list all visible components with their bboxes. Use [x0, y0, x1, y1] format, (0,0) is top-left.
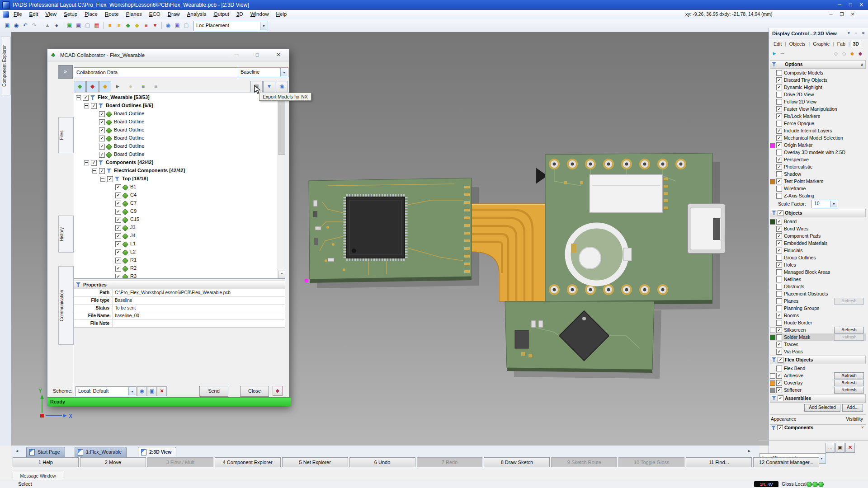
option-drive-2d-view[interactable]: Drive 2D View: [770, 91, 866, 98]
minimize-icon[interactable]: ─: [835, 1, 844, 9]
paste-special-icon[interactable]: ▣: [75, 21, 83, 29]
tab-scroll-right-icon[interactable]: ►: [747, 449, 751, 453]
filter-red-icon[interactable]: ▼: [151, 21, 159, 29]
checkbox[interactable]: ✓: [115, 233, 121, 239]
checkbox[interactable]: ✓: [776, 135, 782, 141]
placement-mode-combo[interactable]: Loc Placement ▼: [193, 21, 268, 31]
checkbox[interactable]: ✓: [99, 168, 105, 174]
add-button[interactable]: Add...: [842, 404, 863, 412]
team-icon[interactable]: ●: [52, 21, 61, 29]
save-icon[interactable]: ▣: [3, 21, 11, 29]
netlist-icon[interactable]: ≡: [142, 21, 150, 29]
option-force-opaque[interactable]: Force Opaque: [770, 120, 866, 127]
tree-item[interactable]: ✓C4: [74, 192, 278, 199]
anchor-icon[interactable]: ▲: [43, 21, 52, 29]
show-previous-toggle[interactable]: ◆: [99, 81, 111, 92]
checkbox[interactable]: ✓: [115, 241, 121, 247]
checkbox[interactable]: [776, 366, 782, 371]
option-netlines[interactable]: Netlines: [770, 276, 866, 283]
refresh-button[interactable]: Refresh: [834, 380, 864, 386]
panel-dropdown-icon[interactable]: ▼: [845, 30, 852, 37]
close-icon[interactable]: ✕: [856, 1, 866, 9]
checkbox[interactable]: ✓: [776, 387, 782, 393]
menu-eco[interactable]: ECO: [146, 10, 164, 17]
checkbox[interactable]: ✓: [115, 192, 121, 198]
checkbox[interactable]: ✓: [99, 111, 105, 117]
checkbox[interactable]: ✓: [115, 225, 121, 231]
property-row[interactable]: StatusTo be sent: [74, 305, 285, 312]
option-perspective[interactable]: ✓Perspective: [770, 156, 866, 163]
option-wireframe[interactable]: Wireframe: [770, 185, 866, 192]
box-icon[interactable]: ▢: [182, 21, 190, 29]
color-swatch[interactable]: [770, 373, 775, 379]
checkbox[interactable]: ✓: [776, 157, 782, 163]
title-bar[interactable]: PADS Professional Layout C:\Pro_Flex_Wor…: [0, 0, 868, 10]
chevron-down-icon[interactable]: ▼: [260, 22, 267, 30]
dialog-tab-communication[interactable]: Communication: [58, 266, 74, 345]
section-options[interactable]: Options∧: [770, 60, 866, 69]
checkbox[interactable]: ✓: [776, 327, 782, 333]
color-swatch[interactable]: [770, 388, 775, 393]
checkbox[interactable]: [776, 255, 782, 261]
checkbox[interactable]: ✓: [776, 342, 782, 347]
tree-collapse-icon[interactable]: [100, 177, 105, 182]
tree-item[interactable]: ✓C9: [74, 208, 278, 216]
option-dynamic-highlight[interactable]: ✓Dynamic Highlight: [770, 84, 866, 91]
property-row[interactable]: File Note: [74, 320, 285, 328]
checkbox[interactable]: ✓: [776, 240, 782, 246]
workspace-tab-2-3d-view[interactable]: 2:3D View: [138, 447, 176, 457]
close-button[interactable]: Close: [240, 386, 269, 397]
checkbox[interactable]: [776, 284, 782, 290]
tree-item[interactable]: ✓R3: [74, 273, 278, 279]
add-component-icon[interactable]: ◆: [124, 21, 132, 29]
document-icon[interactable]: [3, 11, 9, 18]
checkbox[interactable]: ✓: [776, 219, 782, 225]
properties-header[interactable]: Properties: [74, 281, 285, 289]
option-adhesive[interactable]: ✓AdhesiveRefresh: [770, 372, 866, 379]
panel-pin-icon[interactable]: ▫: [853, 30, 859, 37]
scheme-delete-icon[interactable]: ✕: [157, 386, 167, 396]
find-icon[interactable]: ◉: [12, 21, 20, 29]
tab-graphic[interactable]: Graphic: [810, 40, 833, 47]
checkbox[interactable]: ✓: [776, 142, 782, 148]
option-bond-wires[interactable]: ✓Bond Wires: [770, 225, 866, 232]
checkbox[interactable]: [776, 92, 782, 98]
mdi-restore-icon[interactable]: ❐: [837, 11, 846, 18]
checkbox[interactable]: ✓: [776, 349, 782, 355]
zoom-search-icon[interactable]: ◉: [164, 21, 172, 29]
checkbox[interactable]: ✓: [91, 103, 97, 109]
scroll-down-icon[interactable]: ∨: [861, 425, 864, 429]
tree-item[interactable]: ✓Board Outline: [74, 143, 278, 150]
checkbox[interactable]: ✓: [776, 262, 782, 268]
checkbox[interactable]: ✓: [776, 373, 782, 379]
checkbox[interactable]: [776, 305, 782, 311]
checkbox[interactable]: ✓: [99, 136, 105, 141]
menu-setup[interactable]: Setup: [60, 10, 81, 17]
tree-item[interactable]: ✓C15: [74, 216, 278, 224]
fkey-8-draw-sketch[interactable]: 8 Draw Sketch: [484, 457, 550, 467]
option-planes[interactable]: PlanesRefresh: [770, 297, 866, 305]
menu-draw[interactable]: Draw: [164, 10, 184, 17]
chevron-down-icon[interactable]: ▼: [128, 387, 136, 395]
option-photorealistic[interactable]: ✓Photorealistic: [770, 163, 866, 170]
option-component-pads[interactable]: ✓Component Pads: [770, 232, 866, 239]
checkbox[interactable]: ✓: [776, 128, 782, 134]
tab-scroll-left-icon[interactable]: ◄: [15, 449, 19, 453]
tree-item[interactable]: ✓Top [18/18]: [74, 175, 278, 183]
option-z-axis-scaling[interactable]: Z-Axis Scaling: [770, 192, 866, 199]
dialog-tab-history[interactable]: History: [58, 216, 74, 253]
color-swatch[interactable]: [770, 380, 775, 386]
dialog-maximize-icon[interactable]: □: [252, 51, 262, 59]
option-fiducials[interactable]: ✓Fiducials: [770, 247, 866, 254]
checkbox[interactable]: [776, 269, 782, 275]
checkbox[interactable]: [776, 150, 782, 155]
tree-item[interactable]: ✓Electrical Components [42/42]: [74, 167, 278, 175]
checkbox[interactable]: ✓: [776, 164, 782, 170]
option-managed-block-areas[interactable]: Managed Block Areas: [770, 268, 866, 276]
diamond-orange-icon[interactable]: ◆: [849, 50, 856, 57]
section-components-partial[interactable]: ✓Components∨: [770, 424, 866, 430]
property-row[interactable]: File typeBaseline: [74, 297, 285, 305]
menu-analysis[interactable]: Analysis: [184, 10, 210, 17]
tab-edit[interactable]: Edit: [770, 40, 785, 47]
menu-window[interactable]: Window: [247, 10, 273, 17]
